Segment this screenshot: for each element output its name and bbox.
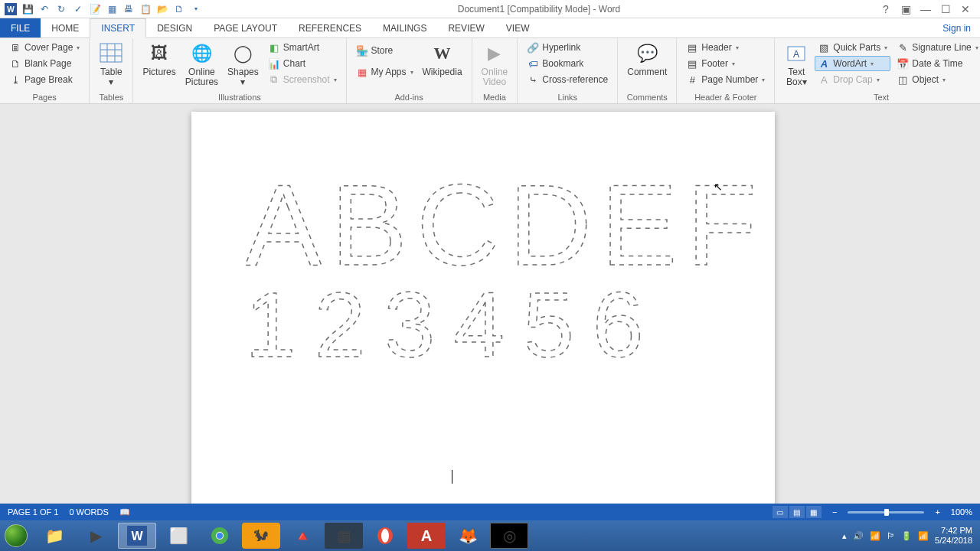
taskbar-app-icon[interactable]: ⬜ <box>159 523 198 549</box>
online-video-button[interactable]: ▶Online Video <box>479 40 511 89</box>
page-number-button[interactable]: #Page Number▾ <box>683 72 768 87</box>
qat-icon[interactable]: 📋 <box>139 3 152 15</box>
taskbar-media-player-icon[interactable]: ▶ <box>77 523 115 549</box>
taskbar-opera-icon[interactable] <box>366 523 404 549</box>
word-count[interactable]: 0 WORDS <box>69 507 108 517</box>
wikipedia-button[interactable]: WWikipedia <box>420 40 466 79</box>
pictures-button[interactable]: 🖼Pictures <box>139 40 178 79</box>
tray-battery-icon[interactable]: 🔋 <box>901 531 912 541</box>
zoom-out-icon[interactable]: − <box>832 507 837 517</box>
sign-in-link[interactable]: Sign in <box>933 18 980 37</box>
svg-point-13 <box>217 533 223 539</box>
blank-page-button[interactable]: 🗋Blank Page <box>6 56 83 71</box>
store-button[interactable]: 🏪Store <box>353 43 416 58</box>
taskbar-adobe-icon[interactable]: A <box>407 523 446 549</box>
save-icon[interactable]: 💾 <box>21 3 34 15</box>
qat-icon[interactable]: 📂 <box>156 3 168 15</box>
start-button[interactable] <box>0 520 32 551</box>
page-break-button[interactable]: ⤓Page Break <box>6 72 83 87</box>
smartart-button[interactable]: ◧SmartArt <box>265 40 340 55</box>
table-button[interactable]: Table▾ <box>96 40 126 89</box>
online-pictures-button[interactable]: 🌐Online Pictures <box>182 40 221 89</box>
redo-icon[interactable]: ↻ <box>55 3 67 15</box>
taskbar-explorer-icon[interactable]: 📁 <box>35 523 74 549</box>
zoom-in-icon[interactable]: + <box>935 507 939 517</box>
qat-icon[interactable]: 📝 <box>89 3 101 15</box>
tab-home[interactable]: HOME <box>41 18 90 37</box>
comment-button[interactable]: 💬Comment <box>624 40 670 79</box>
ribbon-display-icon[interactable]: ▣ <box>899 3 913 15</box>
signature-line-button[interactable]: ✎Signature Line▾ <box>893 40 980 55</box>
screenshot-button[interactable]: ⧉Screenshot▾ <box>265 72 340 87</box>
maximize-icon[interactable]: ☐ <box>939 3 952 15</box>
wordart-button[interactable]: AWordArt▾ <box>815 56 890 71</box>
screenshot-icon: ⧉ <box>268 73 280 86</box>
tray-signal-icon[interactable]: 📶 <box>918 531 929 541</box>
clock-date: 5/24/2018 <box>935 536 972 546</box>
tab-file[interactable]: FILE <box>0 18 41 37</box>
taskbar-app-icon[interactable]: ▦ <box>325 523 363 549</box>
print-layout-icon[interactable]: ▤ <box>789 506 805 518</box>
object-button[interactable]: ◫Object▾ <box>893 72 980 87</box>
footer-button[interactable]: ▤Footer▾ <box>683 56 768 71</box>
undo-icon[interactable]: ↶ <box>38 3 51 15</box>
taskbar-firefox-icon[interactable]: 🦊 <box>449 523 487 549</box>
title-bar: W 💾 ↶ ↻ ✓ 📝 ▦ 🖶 📋 📂 🗋 ▾ Document1 [Compa… <box>0 0 980 18</box>
tab-page-layout[interactable]: PAGE LAYOUT <box>203 18 288 37</box>
drop-cap-button[interactable]: ADrop Cap▾ <box>815 72 890 87</box>
text-box-button[interactable]: AText Box▾ <box>781 40 812 89</box>
clock[interactable]: 7:42 PM 5/24/2018 <box>935 526 972 546</box>
quick-parts-button[interactable]: ▧Quick Parts▾ <box>815 40 890 55</box>
document-area[interactable]: ABCDEF 123456 ↖ <box>0 104 980 504</box>
date-time-button[interactable]: 📅Date & Time <box>893 56 980 71</box>
tray-volume-icon[interactable]: 🔊 <box>853 531 864 541</box>
pictures-label: Pictures <box>142 67 175 77</box>
store-icon: 🏪 <box>356 44 368 57</box>
web-layout-icon[interactable]: ▦ <box>806 506 822 518</box>
tab-references[interactable]: REFERENCES <box>288 18 372 37</box>
close-icon[interactable]: ✕ <box>959 3 972 15</box>
read-mode-icon[interactable]: ▭ <box>773 506 788 518</box>
tab-review[interactable]: REVIEW <box>437 18 495 37</box>
taskbar-chrome-icon[interactable] <box>201 523 239 549</box>
hyperlink-button[interactable]: 🔗Hyperlink <box>524 40 611 55</box>
new-doc-icon[interactable]: 🗋 <box>173 3 185 15</box>
zoom-level[interactable]: 100% <box>951 507 972 517</box>
tab-insert[interactable]: INSERT <box>90 18 146 38</box>
footer-label: Footer <box>701 58 728 69</box>
cover-page-button[interactable]: 🗏Cover Page▾ <box>6 40 83 55</box>
page-break-label: Page Break <box>24 74 73 85</box>
taskbar-uc-icon[interactable]: 🐿 <box>242 523 280 549</box>
system-tray: ▴ 🔊 📶 🏳 🔋 📶 7:42 PM 5/24/2018 <box>835 526 980 546</box>
proofing-icon[interactable]: 📖 <box>119 507 130 517</box>
help-icon[interactable]: ? <box>879 3 893 15</box>
tray-network-icon[interactable]: 📶 <box>870 531 880 541</box>
shapes-button[interactable]: ◯Shapes▾ <box>224 40 262 89</box>
taskbar-vlc-icon[interactable]: 🔺 <box>283 523 322 549</box>
document-page[interactable]: ABCDEF 123456 <box>191 112 775 504</box>
qat-icon[interactable]: ▦ <box>106 3 118 15</box>
tab-design[interactable]: DESIGN <box>146 18 203 37</box>
qat-more-icon[interactable]: ▾ <box>190 3 202 15</box>
header-button[interactable]: ▤Header▾ <box>683 40 768 55</box>
qat-icon[interactable]: ✓ <box>72 3 84 15</box>
tray-chevron-icon[interactable]: ▴ <box>842 531 847 541</box>
qat-icon[interactable]: 🖶 <box>122 3 135 15</box>
cover-page-label: Cover Page <box>24 42 73 53</box>
tray-flag-icon[interactable]: 🏳 <box>887 531 895 540</box>
tab-view[interactable]: VIEW <box>495 18 541 37</box>
cover-page-icon: 🗏 <box>9 41 21 54</box>
tab-mailings[interactable]: MAILINGS <box>372 18 437 37</box>
cross-reference-button[interactable]: ⤷Cross-reference <box>524 72 611 87</box>
bookmark-button[interactable]: 🏷Bookmark <box>524 56 611 71</box>
chart-button[interactable]: 📊Chart <box>265 56 340 71</box>
taskbar-app-icon[interactable]: ◎ <box>490 523 528 549</box>
zoom-slider[interactable] <box>848 511 924 514</box>
my-apps-button[interactable]: ▦My Apps▾ <box>353 64 416 80</box>
wikipedia-icon: W <box>430 41 455 66</box>
online-pictures-label: Online Pictures <box>185 67 218 87</box>
minimize-icon[interactable]: ― <box>919 3 933 15</box>
taskbar-word-icon[interactable]: W <box>118 523 156 549</box>
page-number-icon: # <box>686 73 698 86</box>
page-indicator[interactable]: PAGE 1 OF 1 <box>8 507 58 517</box>
